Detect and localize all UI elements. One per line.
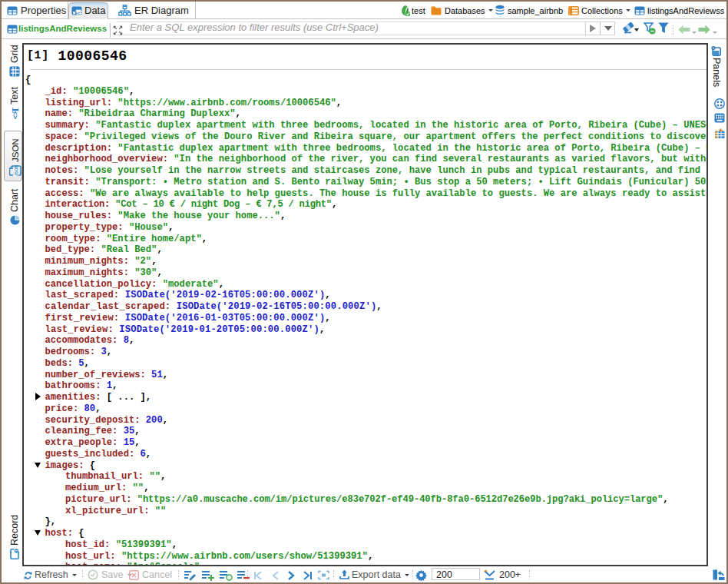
- svg-text:T: T: [10, 108, 19, 113]
- svg-text:<>: <>: [77, 11, 82, 15]
- svg-text:JSON: JSON: [14, 165, 18, 177]
